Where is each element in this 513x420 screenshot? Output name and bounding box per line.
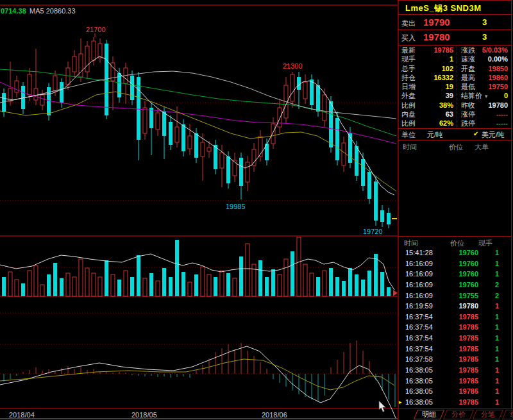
trade-tick-list[interactable]: 15:41:2819760116:16:0919760116:16:091976… xyxy=(398,248,512,408)
dropdown-arrow-icon[interactable]: ▼ xyxy=(482,94,489,99)
field-value: 16332 xyxy=(433,73,453,82)
trade-price: 19785 xyxy=(458,322,478,333)
trades-header-time: 时间 xyxy=(404,239,418,248)
field-label: 比例 xyxy=(401,101,416,110)
field-label: 速涨 xyxy=(461,55,475,63)
trade-volume: 1 xyxy=(495,269,499,280)
ask-price: 19790 xyxy=(423,17,450,28)
trade-price: 19785 xyxy=(458,354,478,365)
volume-series xyxy=(2,237,391,296)
field-label: 跌停 xyxy=(461,119,475,128)
bid-qty: 3 xyxy=(482,32,487,42)
trade-price: 19785 xyxy=(458,365,478,376)
trade-volume: 1 xyxy=(495,333,499,344)
quote-field-r-6: 昨收19780 xyxy=(457,101,511,110)
trade-time: 16:16:09 xyxy=(405,280,433,290)
field-value: 39 xyxy=(446,91,453,100)
field-label: 日增 xyxy=(401,82,416,91)
border-quote-bottom xyxy=(398,128,512,129)
x-axis-label-june: 2018/06 xyxy=(262,411,287,419)
border-bigorder-bottom xyxy=(398,236,512,237)
ma-indicator-label: MA5 20860.33 xyxy=(29,7,76,15)
tab-detail[interactable]: 明细 xyxy=(414,410,444,419)
field-value: 38% xyxy=(439,101,453,110)
trade-volume: 1 xyxy=(495,344,499,355)
trade-time: 16:19:59 xyxy=(405,301,433,312)
trade-volume: 2 xyxy=(495,280,499,290)
trade-price: 19760 xyxy=(458,280,478,290)
trade-volume: 1 xyxy=(495,397,499,408)
ma-white5-line xyxy=(0,56,394,195)
unit-option-usd[interactable]: 美元/吨 xyxy=(482,130,505,140)
quote-field-r-5[interactable]: 结算价 ▼0 xyxy=(457,91,511,100)
field-label: 现手 xyxy=(401,55,416,63)
field-value: ----- xyxy=(496,119,508,128)
field-value: 5/0.03% xyxy=(482,46,508,55)
quote-field-r-2: 开盘19850 xyxy=(457,64,511,73)
field-value: 1 xyxy=(450,55,453,63)
border-top xyxy=(398,0,512,1)
trade-price: 19785 xyxy=(458,312,478,323)
trade-price: 19755 xyxy=(458,290,478,301)
field-value: 19785 xyxy=(433,46,453,55)
trade-time: 15:41:28 xyxy=(405,248,433,258)
current-row-arrow-icon: ▸ xyxy=(399,397,402,408)
quote-grid-left: 最新19785现手1总手102持仓16332日增19外盘39比例38%内盘63比… xyxy=(398,46,457,128)
trade-row: 16:37:54197851 xyxy=(398,322,512,333)
quote-field-r-8: 跌停----- xyxy=(457,119,511,128)
macd-dea-line xyxy=(0,359,394,390)
bigorder-header-price: 价位 xyxy=(449,142,463,152)
trade-price: 19760 xyxy=(458,258,478,269)
field-label: 涨停 xyxy=(461,110,475,119)
tab-price-dist[interactable]: 分价 xyxy=(443,410,474,419)
field-label: 最新 xyxy=(401,46,416,55)
trade-time: 16:37:54 xyxy=(405,312,433,323)
trade-row: ▸16:38:05197851 xyxy=(398,397,512,408)
unit-option-cny[interactable]: 元/吨 xyxy=(427,130,443,140)
field-value: 102 xyxy=(442,64,453,73)
field-label: 最高 xyxy=(461,73,475,82)
quote-field-r-7: 涨停----- xyxy=(457,110,511,119)
trade-row: 15:41:28197601 xyxy=(398,248,512,258)
field-label: 开盘 xyxy=(461,64,475,73)
field-label: 最低 xyxy=(461,82,475,91)
field-value: 19750 xyxy=(488,82,508,91)
candlestick-series xyxy=(2,37,391,228)
trade-time: 16:37:54 xyxy=(405,333,433,344)
x-axis-label-may: 2018/05 xyxy=(131,411,157,419)
quote-field-l-2: 总手102 xyxy=(398,64,457,73)
bigorder-header-size: 大单 xyxy=(475,142,489,152)
trade-price: 19760 xyxy=(458,248,478,258)
tab-tick[interactable]: 分笔 xyxy=(473,410,503,419)
check-icon: ✔ xyxy=(473,130,478,137)
trading-terminal-window: 0714.38 MA5 20860.33 21700 21300 19985 1… xyxy=(0,0,513,420)
trade-price: 19785 xyxy=(458,344,478,355)
field-value: 19 xyxy=(446,82,453,91)
trade-time: 16:38:05 xyxy=(405,376,433,387)
quote-field-r-4: 最低19750 xyxy=(457,82,511,91)
indicator-lines xyxy=(0,56,396,418)
field-value: 19860 xyxy=(488,73,508,82)
trade-volume: 1 xyxy=(495,301,499,312)
tab-stats[interactable]: 统计 xyxy=(502,410,513,419)
trade-time: 16:16:09 xyxy=(405,290,433,301)
bottom-tabstrip: 明细 分价 分笔 统计 xyxy=(398,408,513,420)
quote-field-l-1: 现手1 xyxy=(398,55,457,63)
field-value: 19780 xyxy=(488,101,508,110)
trade-row: 16:16:09197601 xyxy=(398,258,512,269)
trade-row: 16:38:05197851 xyxy=(398,386,512,397)
trade-row: 16:37:54197851 xyxy=(398,312,512,323)
quote-field-l-6: 比例38% xyxy=(398,101,457,110)
trade-price: 19785 xyxy=(458,397,478,408)
trade-time: 16:38:05 xyxy=(405,365,433,376)
trade-price: 19785 xyxy=(458,386,478,397)
bid-label: 买入 xyxy=(401,33,416,43)
trade-time: 16:37:54 xyxy=(405,344,433,355)
contract-title[interactable]: LmeS_锡3 SND3M xyxy=(405,3,481,14)
trade-time: 16:38:05 xyxy=(405,397,433,408)
trade-time: 16:16:09 xyxy=(405,258,433,269)
trade-row: 16:16:09197552 xyxy=(398,290,512,301)
macd-dif-line xyxy=(0,346,396,418)
bigorder-header-time: 时间 xyxy=(403,142,417,152)
panel-separators xyxy=(0,5,398,419)
